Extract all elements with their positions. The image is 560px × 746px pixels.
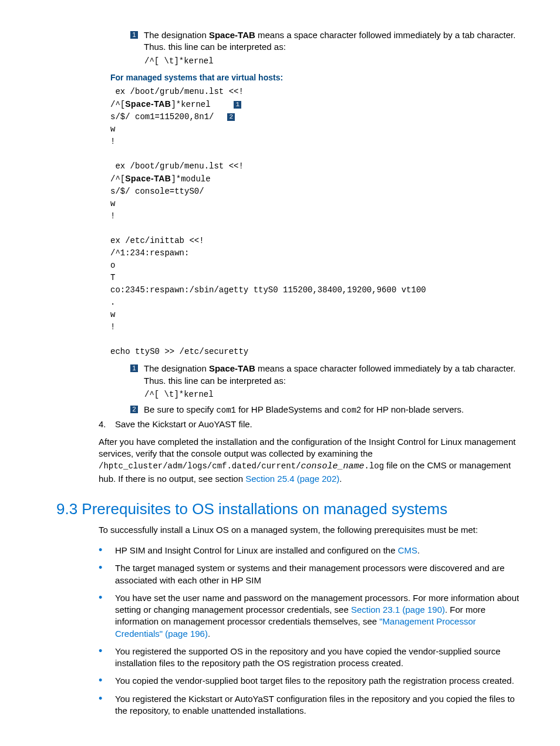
c: echo ttyS0 >> /etc/securetty [110, 347, 248, 356]
t: .log [365, 461, 384, 471]
t: You copied the vendor-supplied boot targ… [115, 675, 525, 687]
t: /hptc_cluster/adm/logs/cmf.dated/current… [99, 461, 301, 471]
c: w [110, 310, 115, 319]
t: com2 [342, 406, 362, 415]
t: The designation [144, 363, 209, 373]
c: /^1:234:respawn: [110, 248, 189, 258]
code-block: ex /boot/grub/menu.lst <<! /^[Space-TAB]… [110, 86, 525, 358]
c: ! [110, 211, 115, 221]
list-item: •You have set the user name and password… [99, 592, 525, 640]
t: HP SIM and Insight Control for Linux are… [115, 545, 398, 555]
c: s/$/ console=ttyS0/ [110, 187, 204, 196]
c: T [110, 273, 115, 282]
t: com1 [216, 406, 236, 415]
prerequisites-list: •HP SIM and Insight Control for Linux ar… [99, 545, 525, 717]
bullet-icon: • [99, 562, 115, 586]
c: /^[ [110, 100, 125, 109]
c: Space-TAB [125, 99, 171, 109]
c: ex /etc/inittab <<! [110, 236, 204, 245]
c: o [110, 261, 115, 270]
t: Be sure to specify [144, 404, 216, 414]
callout-1-code: /^[ \t]*kernel [144, 56, 525, 67]
bullet-icon: • [99, 545, 115, 556]
c: w [110, 199, 115, 208]
list-item: •You copied the vendor-supplied boot tar… [99, 675, 525, 687]
link-section-25-4[interactable]: Section 25.4 (page 202) [245, 474, 339, 484]
inline-badge-1: 1 [234, 101, 241, 109]
c: ex /boot/grub/menu.lst <<! [110, 161, 244, 171]
callout-badge-1: 1 [130, 31, 138, 39]
callout-2-text: Be sure to specify com1 for HP BladeSyst… [144, 404, 525, 416]
callout-1-text: The designation Space-TAB means a space … [144, 29, 525, 53]
c: . [110, 298, 115, 307]
list-item: •You registered the Kickstart or AutoYaS… [99, 693, 525, 717]
t: You registered the supported OS in the r… [115, 646, 525, 670]
step-4-text: Save the Kickstart or AuoYAST file. [115, 418, 252, 430]
t: . [417, 545, 420, 555]
list-item: •You registered the supported OS in the … [99, 646, 525, 670]
t: The designation [144, 30, 209, 40]
t: for HP BladeSystems and [236, 404, 342, 414]
step-4: 4. Save the Kickstart or AuoYAST file. [99, 418, 525, 430]
bullet-icon: • [99, 693, 115, 717]
callout-badge-1b: 1 [130, 364, 138, 372]
bullet-icon: • [99, 646, 115, 670]
link-section-23-1[interactable]: Section 23.1 (page 190) [351, 605, 445, 615]
c: /^[ [110, 174, 125, 184]
c: Space-TAB [125, 174, 171, 183]
c: ! [110, 137, 115, 146]
t: . [208, 629, 210, 639]
callout-1b-code: /^[ \t]*kernel [144, 389, 525, 400]
section-9-3-heading: 9.3 Prerequisites to OS installations on… [56, 499, 525, 519]
t: The target managed system or systems and… [115, 562, 525, 586]
t: . [339, 474, 342, 484]
callout-badge-2: 2 [130, 406, 138, 413]
list-item: •The target managed system or systems an… [99, 562, 525, 586]
t: Space-TAB [209, 363, 255, 373]
callout-1-top: 1 The designation Space-TAB means a spac… [130, 29, 525, 53]
step-4-num: 4. [99, 418, 115, 430]
c: s/$/ com1=115200,8n1/ [110, 112, 214, 121]
t: HP SIM and Insight Control for Linux are… [115, 545, 525, 556]
bullet-icon: • [99, 592, 115, 640]
closing-paragraph: After you have completed the installatio… [99, 436, 525, 485]
c: ]*module [171, 174, 210, 184]
callout-2: 2 Be sure to specify com1 for HP BladeSy… [130, 404, 525, 416]
link-cms[interactable]: CMS [398, 545, 417, 555]
subheading-virtual-hosts: For managed systems that are virtual hos… [110, 72, 525, 83]
t: console_name [301, 461, 364, 471]
callout-1b-text: The designation Space-TAB means a space … [144, 363, 525, 387]
t: for HP non-blade servers. [361, 404, 464, 414]
inline-badge-2: 2 [227, 113, 235, 121]
c: ]*kernel [171, 100, 210, 109]
c: ! [110, 322, 115, 332]
section-intro: To successfully install a Linux OS on a … [99, 524, 525, 536]
t: Space-TAB [209, 30, 255, 40]
t: After you have completed the installatio… [99, 437, 515, 458]
t: You have set the user name and password … [115, 592, 525, 640]
c: ex /boot/grub/menu.lst <<! [110, 87, 244, 96]
bullet-icon: • [99, 675, 115, 687]
list-item: •HP SIM and Insight Control for Linux ar… [99, 545, 525, 556]
callout-1-bottom: 1 The designation Space-TAB means a spac… [130, 363, 525, 387]
c: w [110, 124, 115, 134]
c: co:2345:respawn:/sbin/agetty ttyS0 11520… [110, 285, 426, 295]
t: You registered the Kickstart or AutoYaST… [115, 693, 525, 717]
